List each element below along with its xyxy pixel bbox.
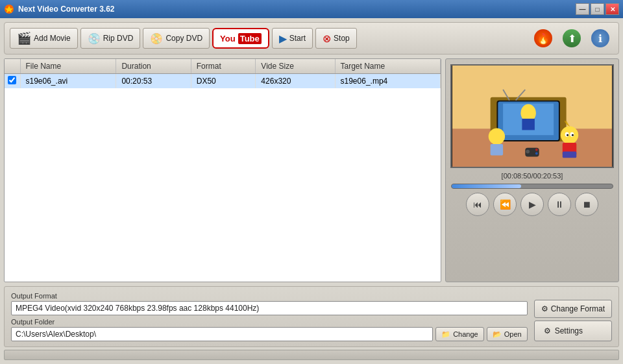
folder-input[interactable] <box>11 327 433 341</box>
upload-icon: ⬆ <box>563 29 581 47</box>
preview-image <box>452 66 613 167</box>
start-label: Start <box>289 34 306 43</box>
settings-icon: ⚙ <box>544 326 551 335</box>
change-format-button[interactable]: ⚙ Change Format <box>534 300 612 318</box>
rip-dvd-icon: 💿 <box>88 32 101 45</box>
stop-label: Stop <box>334 34 350 43</box>
play-icon: ▶ <box>529 199 536 210</box>
play-button[interactable]: ▶ <box>520 193 544 216</box>
col-videsize: Vide Size <box>256 59 335 74</box>
row-filename: s19e06_.avi <box>20 74 116 89</box>
folder-label: Output Folder <box>11 318 528 326</box>
col-target: Target Name <box>335 59 440 74</box>
open-folder-button[interactable]: 📂 Open <box>487 327 528 341</box>
add-movie-icon: 🎬 <box>17 31 31 45</box>
app-icon <box>4 4 14 14</box>
change-folder-label: Change <box>453 330 478 338</box>
svg-point-21 <box>489 128 505 145</box>
preview-progress-bar[interactable] <box>451 184 613 189</box>
title-controls: — □ ✕ <box>576 3 619 15</box>
folder-field-row: Output Folder 📁 Change 📂 Open <box>11 318 528 341</box>
main-window: 🎬 Add Movie 💿 Rip DVD 📀 Copy DVD YouTube… <box>0 18 623 364</box>
col-format: Format <box>191 59 256 74</box>
title-left: Next Video Converter 3.62 <box>4 4 115 14</box>
preview-video <box>450 64 614 168</box>
preview-time-display: [00:08:50/00:20:53] <box>502 172 563 180</box>
svg-point-25 <box>535 149 538 151</box>
close-button[interactable]: ✕ <box>605 3 619 15</box>
svg-point-26 <box>535 152 538 155</box>
change-folder-icon: 📁 <box>441 330 450 339</box>
row-videsize: 426x320 <box>256 74 335 89</box>
flame-icon-button[interactable]: 🔥 <box>530 27 556 50</box>
youtube-you: You <box>220 34 236 43</box>
title-bar: Next Video Converter 3.62 — □ ✕ <box>0 0 623 18</box>
window-title: Next Video Converter 3.62 <box>18 5 115 14</box>
youtube-button[interactable]: YouTube <box>212 28 269 49</box>
file-panel: File Name Duration Format Vide Size Targ… <box>4 58 441 282</box>
right-buttons: ⚙ Change Format ⚙ Settings <box>534 300 612 341</box>
rewind-icon: ⏮ <box>473 199 482 210</box>
svg-rect-22 <box>491 144 504 156</box>
change-format-icon: ⚙ <box>541 304 548 313</box>
step-back-button[interactable]: ⏪ <box>493 193 517 216</box>
row-format: DX50 <box>191 74 256 89</box>
row-checkbox[interactable] <box>8 76 16 84</box>
format-field-row: Output Format <box>11 292 528 315</box>
svg-point-17 <box>567 134 568 136</box>
rip-dvd-label: Rip DVD <box>103 34 134 43</box>
row-duration: 00:20:53 <box>116 74 191 89</box>
settings-button[interactable]: ⚙ Settings <box>534 321 612 341</box>
maximize-button[interactable]: □ <box>591 3 604 15</box>
rewind-button[interactable]: ⏮ <box>466 193 489 216</box>
row-target: s19e06_.mp4 <box>335 74 440 89</box>
minimize-button[interactable]: — <box>576 3 589 15</box>
output-fields: Output Format Output Folder 📁 Change 📂 O… <box>11 292 528 341</box>
folder-row: 📁 Change 📂 Open <box>11 327 528 341</box>
info-icon-button[interactable]: ℹ <box>587 27 613 50</box>
start-icon: ▶ <box>279 32 287 45</box>
preview-panel: [00:08:50/00:20:53] ⏮ ⏪ ▶ ⏸ ⏹ <box>445 58 619 282</box>
upload-icon-button[interactable]: ⬆ <box>559 27 585 50</box>
settings-label: Settings <box>555 326 583 335</box>
svg-point-24 <box>526 150 530 154</box>
start-button[interactable]: ▶ Start <box>272 28 313 49</box>
change-folder-button[interactable]: 📁 Change <box>435 327 484 341</box>
youtube-tube: Tube <box>238 33 262 44</box>
table-body: s19e06_.avi 00:20:53 DX50 426x320 s19e06… <box>5 74 441 89</box>
table-row[interactable]: s19e06_.avi 00:20:53 DX50 426x320 s19e06… <box>5 74 441 89</box>
stop-preview-button[interactable]: ⏹ <box>575 193 598 216</box>
format-label: Output Format <box>11 292 528 300</box>
svg-rect-20 <box>563 152 576 158</box>
progress-fill <box>452 184 521 188</box>
open-folder-icon: 📂 <box>493 330 502 339</box>
content-area: File Name Duration Format Vide Size Targ… <box>4 58 619 282</box>
add-movie-label: Add Movie <box>34 34 71 43</box>
toolbar: 🎬 Add Movie 💿 Rip DVD 📀 Copy DVD YouTube… <box>4 22 619 55</box>
format-input[interactable] <box>11 301 528 315</box>
preview-controls: ⏮ ⏪ ▶ ⏸ ⏹ <box>466 193 598 216</box>
svg-rect-10 <box>522 119 535 130</box>
bottom-section: Output Format Output Folder 📁 Change 📂 O… <box>4 286 619 347</box>
info-icon: ℹ <box>591 29 609 47</box>
row-check[interactable] <box>5 74 20 89</box>
copy-dvd-label: Copy DVD <box>165 34 202 43</box>
col-check <box>5 59 20 74</box>
flame-icon: 🔥 <box>534 29 552 47</box>
rip-dvd-button[interactable]: 💿 Rip DVD <box>80 28 141 49</box>
col-filename: File Name <box>20 59 116 74</box>
table-header: File Name Duration Format Vide Size Targ… <box>5 59 441 74</box>
file-table: File Name Duration Format Vide Size Targ… <box>5 59 441 88</box>
change-format-label: Change Format <box>551 304 605 313</box>
status-bar <box>4 350 619 360</box>
pause-button[interactable]: ⏸ <box>548 193 571 216</box>
svg-point-13 <box>561 127 578 144</box>
copy-dvd-button[interactable]: 📀 Copy DVD <box>143 28 210 49</box>
pause-icon: ⏸ <box>555 199 564 210</box>
add-movie-button[interactable]: 🎬 Add Movie <box>10 28 78 49</box>
copy-dvd-icon: 📀 <box>150 32 163 45</box>
stop-preview-icon: ⏹ <box>582 199 591 210</box>
stop-button[interactable]: ⊗ Stop <box>315 28 357 49</box>
col-duration: Duration <box>116 59 191 74</box>
stop-icon: ⊗ <box>323 32 331 45</box>
